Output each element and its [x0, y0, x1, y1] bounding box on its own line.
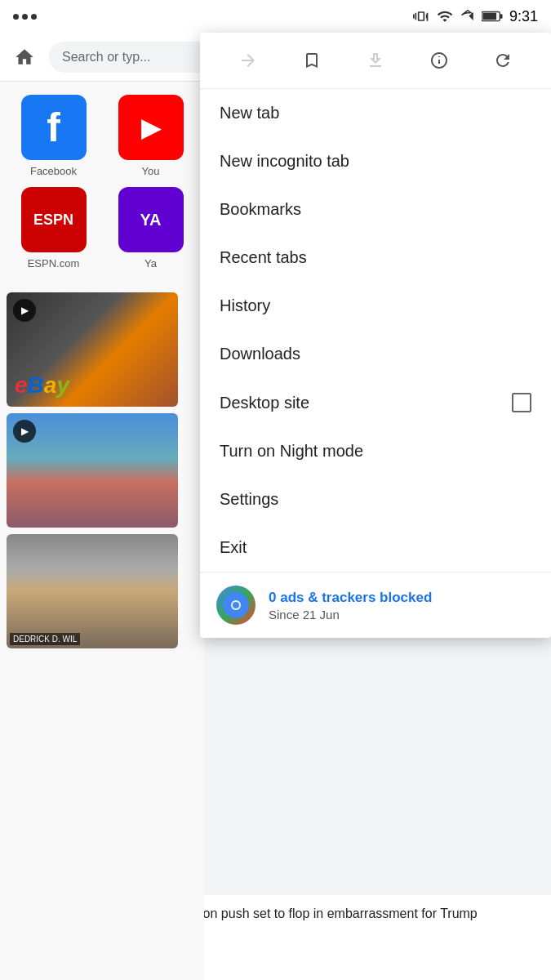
context-menu: New tabNew incognito tabBookmarksRecent …: [200, 33, 551, 638]
ads-count: 0 ads & trackers blocked: [269, 590, 432, 606]
shortcut-espn[interactable]: ESPN ESPN.com: [10, 187, 97, 270]
home-button[interactable]: [10, 42, 39, 72]
signal-dots: [13, 14, 37, 20]
news-thumb-ebay[interactable]: ▶ eBay: [7, 292, 178, 407]
refresh-button[interactable]: [485, 42, 521, 78]
svg-rect-1: [482, 13, 496, 20]
menu-item-exit[interactable]: Exit: [200, 523, 551, 572]
mugshot-label: DEDRICK D. WIL: [10, 633, 80, 645]
menu-item-bookmarks[interactable]: Bookmarks: [200, 185, 551, 234]
menu-item-label-desktop-site: Desktop site: [220, 394, 309, 412]
bookmark-button[interactable]: [294, 42, 330, 78]
background-content: f Facebook ▶ You ESPN ESPN.com YA Ya ▶ e…: [0, 82, 204, 980]
facebook-icon: f: [21, 95, 87, 160]
dot-1: [13, 14, 19, 20]
svg-rect-2: [500, 14, 503, 19]
download-button[interactable]: [358, 42, 393, 78]
menu-item-label-night-mode: Turn on Night mode: [220, 442, 363, 461]
menu-item-night-mode[interactable]: Turn on Night mode: [200, 427, 551, 475]
menu-item-label-settings: Settings: [220, 490, 278, 509]
ads-blocked-section: 0 ads & trackers blocked Since 21 Jun: [200, 572, 551, 638]
menu-item-settings[interactable]: Settings: [200, 475, 551, 523]
shortcut-youtube-label: You: [142, 165, 160, 177]
signal-icon: [460, 8, 475, 24]
menu-item-label-exit: Exit: [220, 538, 247, 557]
menu-toolbar: [200, 33, 551, 89]
menu-item-label-bookmarks: Bookmarks: [220, 200, 301, 219]
svg-point-5: [233, 602, 239, 608]
shortcuts-grid: f Facebook ▶ You ESPN ESPN.com YA Ya: [0, 82, 204, 283]
menu-item-label-new-incognito: New incognito tab: [220, 152, 349, 171]
menu-item-checkbox-desktop-site[interactable]: [512, 393, 531, 412]
dot-3: [31, 14, 37, 20]
menu-item-new-tab[interactable]: New tab: [200, 89, 551, 137]
shortcut-yahoo[interactable]: YA Ya: [107, 187, 194, 270]
shortcut-espn-label: ESPN.com: [28, 257, 80, 270]
menu-items-list: New tabNew incognito tabBookmarksRecent …: [200, 89, 551, 572]
vibrate-icon: [413, 8, 429, 24]
news-list: ▶ eBay ▶ DEDRICK D. WIL: [0, 283, 204, 658]
play-button-1: ▶: [13, 299, 36, 322]
news-thumb-mugshot[interactable]: DEDRICK D. WIL: [7, 534, 178, 648]
shortcut-youtube[interactable]: ▶ You: [107, 95, 194, 177]
menu-item-desktop-site[interactable]: Desktop site: [200, 378, 551, 427]
time-display: 9:31: [509, 8, 538, 25]
ads-blocked-text: 0 ads & trackers blocked Since 21 Jun: [269, 590, 432, 621]
dot-2: [22, 14, 28, 20]
menu-item-label-new-tab: New tab: [220, 104, 279, 122]
menu-item-label-downloads: Downloads: [220, 345, 300, 363]
news-thumb-man[interactable]: ▶: [7, 413, 178, 528]
status-right-icons: 9:31: [413, 8, 538, 25]
info-button[interactable]: [421, 42, 457, 78]
menu-item-new-incognito[interactable]: New incognito tab: [200, 137, 551, 185]
yahoo-icon: YA: [118, 187, 184, 252]
menu-item-history[interactable]: History: [200, 282, 551, 330]
menu-item-label-recent-tabs: Recent tabs: [220, 248, 307, 267]
youtube-icon: ▶: [118, 95, 184, 160]
shortcut-facebook-label: Facebook: [30, 165, 77, 177]
ads-icon: [216, 586, 256, 625]
forward-button[interactable]: [230, 42, 266, 78]
menu-item-label-history: History: [220, 296, 270, 315]
menu-item-recent-tabs[interactable]: Recent tabs: [200, 234, 551, 282]
shortcut-facebook[interactable]: f Facebook: [10, 95, 97, 177]
shortcut-yahoo-label: Ya: [144, 257, 157, 270]
menu-item-downloads[interactable]: Downloads: [200, 330, 551, 378]
ads-since: Since 21 Jun: [269, 608, 432, 621]
search-placeholder: Search or typ...: [62, 50, 151, 65]
play-button-2: ▶: [13, 420, 36, 443]
status-bar: 9:31: [0, 0, 551, 33]
espn-icon: ESPN: [21, 187, 87, 252]
wifi-icon: [436, 8, 454, 24]
battery-icon: [482, 9, 503, 24]
